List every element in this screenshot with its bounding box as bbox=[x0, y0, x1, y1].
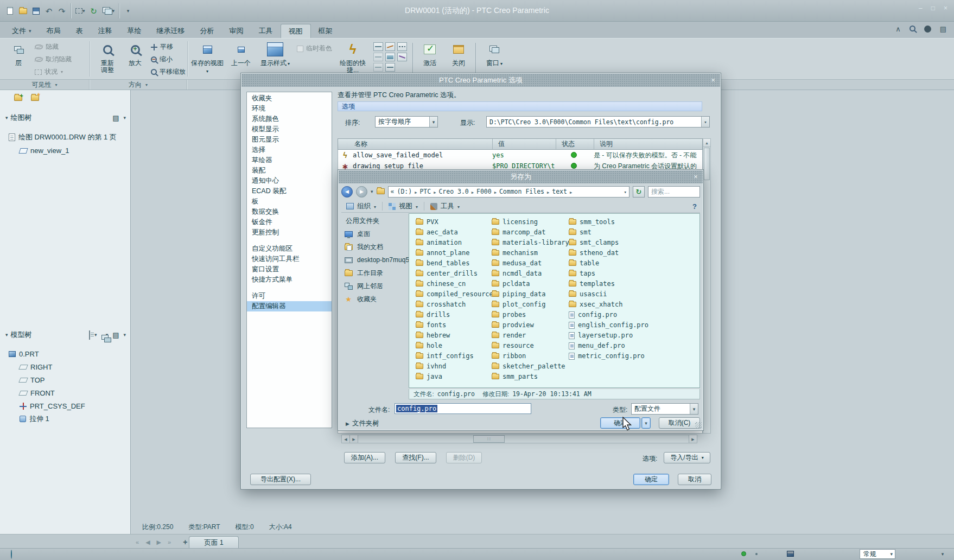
history-dropdown-icon[interactable] bbox=[371, 189, 373, 194]
options-category[interactable]: 自定义功能区 bbox=[247, 244, 332, 254]
scroll-right-icon[interactable] bbox=[350, 435, 358, 443]
previous-view-button[interactable]: 上一个 bbox=[228, 39, 253, 67]
browser-toggle-icon[interactable] bbox=[11, 550, 12, 558]
model-tree-header[interactable]: 模型树 bbox=[5, 330, 126, 340]
file-item[interactable]: smt bbox=[569, 228, 648, 237]
window-list-icon[interactable] bbox=[940, 26, 946, 33]
back-icon[interactable] bbox=[341, 186, 353, 198]
close-icon[interactable] bbox=[709, 75, 717, 84]
organize-button[interactable]: 组织 bbox=[341, 200, 381, 212]
file-item[interactable]: plot_config bbox=[492, 300, 569, 309]
display-option-icon[interactable] bbox=[385, 53, 395, 61]
ribbon-tab[interactable]: 分析 bbox=[193, 24, 222, 38]
breadcrumb-segment[interactable]: Common Files bbox=[499, 188, 552, 195]
file-item[interactable]: probes bbox=[492, 310, 569, 319]
options-category[interactable]: 钣金件 bbox=[247, 217, 332, 227]
ribbon-tab[interactable]: 视图 bbox=[281, 24, 311, 38]
file-list[interactable]: PVX aec_data animation annot_plane bend_… bbox=[409, 213, 700, 388]
breadcrumb-segment[interactable]: Creo 3.0 bbox=[438, 188, 476, 195]
file-item[interactable]: smt_clamps bbox=[569, 238, 648, 247]
file-item[interactable]: bend_tables bbox=[416, 259, 493, 268]
path-dropdown-icon[interactable] bbox=[624, 188, 627, 195]
tree-show-icon[interactable] bbox=[112, 332, 119, 339]
options-category[interactable]: ECAD 装配 bbox=[247, 186, 332, 196]
zoom-out-button[interactable]: −缩小 bbox=[149, 54, 188, 65]
options-category[interactable]: 快捷方式菜单 bbox=[247, 275, 332, 285]
close-icon[interactable] bbox=[691, 172, 700, 181]
file-item[interactable]: metric_config.pro bbox=[569, 352, 648, 360]
tree-filters-icon[interactable] bbox=[89, 331, 90, 339]
delete-option-button[interactable]: 删除(D) bbox=[446, 452, 482, 463]
file-item[interactable]: compiled_resource bbox=[416, 290, 493, 298]
display-option-icon[interactable] bbox=[397, 53, 407, 61]
drawing-tree-item[interactable]: new_view_1 bbox=[9, 144, 128, 157]
zoom-in-button[interactable]: + 放大 bbox=[124, 39, 147, 67]
ribbon-tab[interactable]: 框架 bbox=[311, 24, 340, 38]
customize-qat-button[interactable] bbox=[124, 5, 132, 16]
file-item[interactable]: english_config.pro bbox=[569, 321, 648, 329]
search-icon[interactable] bbox=[910, 25, 915, 33]
scroll-left-icon[interactable] bbox=[342, 435, 350, 443]
file-item[interactable]: usascii bbox=[569, 290, 648, 298]
sort-select[interactable]: 按字母顺序 bbox=[375, 116, 438, 128]
selection-filter-select[interactable]: 常规 bbox=[860, 549, 895, 559]
file-item[interactable]: piping_data bbox=[492, 290, 569, 298]
file-item[interactable]: aec_data bbox=[416, 228, 493, 237]
options-category[interactable]: 选择 bbox=[247, 145, 332, 155]
regenerate-icon[interactable] bbox=[90, 5, 98, 16]
scrollbar-thumb[interactable]: ∷ bbox=[473, 435, 505, 443]
model-tree-item[interactable]: RIGHT bbox=[9, 360, 128, 373]
tree-show-arrow-icon[interactable] bbox=[123, 332, 126, 338]
group-orientation-label[interactable]: 方向 bbox=[90, 80, 187, 90]
display-option-icon[interactable] bbox=[373, 63, 383, 72]
show-path-select[interactable]: D:\PTC\Creo 3.0\F000\Common Files\text\c… bbox=[486, 116, 710, 128]
add-option-button[interactable]: 添加(A)... bbox=[344, 452, 385, 463]
tree-list-icon[interactable] bbox=[112, 114, 119, 122]
breadcrumb-segment[interactable]: (D:) bbox=[397, 188, 419, 195]
ribbon-tab[interactable]: 表 bbox=[68, 24, 91, 38]
file-item[interactable]: PVX bbox=[416, 218, 493, 226]
new-file-icon[interactable] bbox=[5, 5, 14, 16]
account-icon[interactable] bbox=[924, 26, 931, 33]
display-style-button[interactable]: 显示样式 bbox=[258, 39, 292, 67]
first-page-icon[interactable] bbox=[136, 539, 139, 545]
file-item[interactable]: layersetup.pro bbox=[569, 331, 648, 340]
file-item[interactable]: table bbox=[569, 259, 648, 268]
file-item[interactable]: taps bbox=[569, 269, 648, 278]
pan-button[interactable]: 平移 bbox=[149, 41, 188, 53]
export-config-button[interactable]: 导出配置(X)... bbox=[250, 474, 311, 485]
file-item[interactable]: resource bbox=[492, 341, 569, 350]
maximize-icon[interactable] bbox=[931, 5, 935, 11]
next-page-icon[interactable] bbox=[157, 539, 161, 545]
options-category[interactable]: 许可 bbox=[247, 291, 332, 301]
breadcrumb[interactable]: « (D:)PTCCreo 3.0F000Common Filestext bbox=[388, 186, 629, 198]
page-tab[interactable]: 页面 1 bbox=[189, 536, 239, 549]
options-category[interactable]: 快速访问工具栏 bbox=[247, 254, 332, 264]
options-category[interactable]: 图元显示 bbox=[247, 135, 332, 145]
type-select[interactable]: 配置文件 bbox=[631, 403, 698, 415]
activate-button[interactable]: 激活 bbox=[418, 39, 442, 67]
model-tree-item[interactable]: FRONT bbox=[9, 386, 128, 399]
model-tree-item[interactable]: 0.PRT bbox=[9, 347, 128, 360]
file-item[interactable]: ncmdl_data bbox=[492, 269, 569, 278]
breadcrumb-segment[interactable]: text bbox=[552, 188, 575, 195]
scroll-right-icon[interactable] bbox=[689, 435, 697, 443]
place-item[interactable]: 收藏夹 bbox=[344, 292, 408, 306]
options-category[interactable]: 环境 bbox=[247, 104, 332, 114]
help-icon[interactable] bbox=[692, 203, 697, 210]
save-cancel-button[interactable]: 取消(C) bbox=[659, 417, 700, 429]
file-item[interactable]: hole bbox=[416, 341, 493, 350]
status-button[interactable]: 状况 bbox=[33, 66, 74, 78]
place-item[interactable]: 工作目录 bbox=[344, 266, 408, 279]
ribbon-tab[interactable]: 继承迁移 bbox=[149, 24, 193, 38]
hide-button[interactable]: 隐藏 bbox=[33, 41, 74, 53]
file-item[interactable]: animation bbox=[416, 238, 493, 247]
scroll-up-icon[interactable] bbox=[703, 139, 710, 147]
file-item[interactable]: marcomp_dat bbox=[492, 228, 569, 237]
search-input[interactable] bbox=[648, 186, 700, 198]
file-item[interactable]: chinese_cn bbox=[416, 279, 493, 288]
file-item[interactable]: java bbox=[416, 372, 493, 381]
undo-button[interactable] bbox=[44, 5, 53, 16]
file-item[interactable]: intf_configs bbox=[416, 352, 493, 360]
display-option-icon[interactable] bbox=[397, 42, 407, 51]
